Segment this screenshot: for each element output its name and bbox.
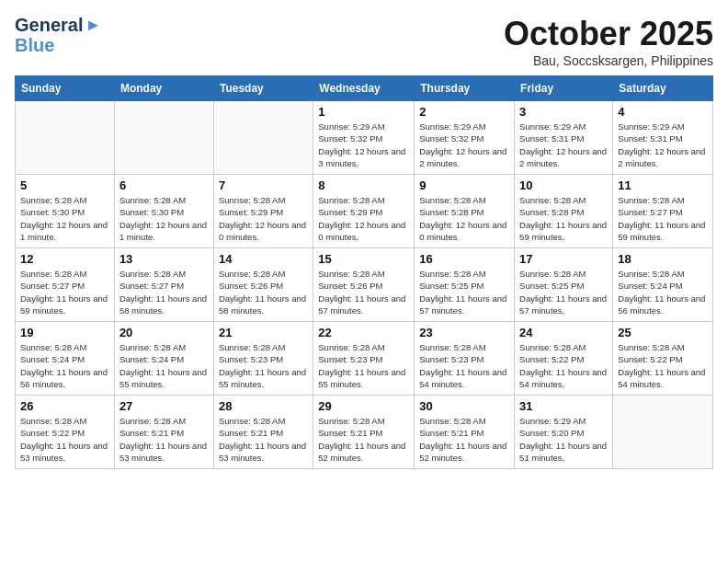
weekday-label: Sunday <box>16 76 115 101</box>
logo-arrow-icon: ► <box>85 16 101 35</box>
day-info: Sunrise: 5:28 AM Sunset: 5:24 PM Dayligh… <box>20 341 109 390</box>
calendar-week-row: 1Sunrise: 5:29 AM Sunset: 5:32 PM Daylig… <box>16 101 713 175</box>
calendar-cell: 28Sunrise: 5:28 AM Sunset: 5:21 PM Dayli… <box>213 396 313 469</box>
calendar-week-row: 19Sunrise: 5:28 AM Sunset: 5:24 PM Dayli… <box>16 322 713 396</box>
day-number: 30 <box>419 399 509 413</box>
calendar-cell: 16Sunrise: 5:28 AM Sunset: 5:25 PM Dayli… <box>415 248 515 322</box>
day-info: Sunrise: 5:28 AM Sunset: 5:28 PM Dayligh… <box>519 194 608 243</box>
logo: General ► Blue <box>15 15 101 55</box>
location-subtitle: Bau, Soccsksargen, Philippines <box>504 53 713 68</box>
weekday-label: Wednesday <box>313 76 415 101</box>
day-info: Sunrise: 5:28 AM Sunset: 5:26 PM Dayligh… <box>219 268 308 316</box>
calendar-cell: 19Sunrise: 5:28 AM Sunset: 5:24 PM Dayli… <box>16 322 115 396</box>
weekday-label: Thursday <box>415 76 515 101</box>
calendar-cell <box>16 101 115 175</box>
day-info: Sunrise: 5:29 AM Sunset: 5:31 PM Dayligh… <box>519 121 608 169</box>
day-number: 24 <box>519 326 608 339</box>
calendar-cell: 12Sunrise: 5:28 AM Sunset: 5:27 PM Dayli… <box>16 248 115 322</box>
calendar-body: 1Sunrise: 5:29 AM Sunset: 5:32 PM Daylig… <box>16 101 713 469</box>
calendar-cell: 18Sunrise: 5:28 AM Sunset: 5:24 PM Dayli… <box>613 248 713 322</box>
calendar-cell: 29Sunrise: 5:28 AM Sunset: 5:21 PM Dayli… <box>313 396 415 469</box>
calendar-cell: 3Sunrise: 5:29 AM Sunset: 5:31 PM Daylig… <box>515 101 613 175</box>
day-info: Sunrise: 5:28 AM Sunset: 5:22 PM Dayligh… <box>20 415 109 464</box>
day-number: 12 <box>20 252 109 266</box>
calendar-cell: 31Sunrise: 5:29 AM Sunset: 5:20 PM Dayli… <box>515 396 613 469</box>
day-number: 18 <box>618 252 708 266</box>
calendar-cell: 2Sunrise: 5:29 AM Sunset: 5:32 PM Daylig… <box>415 101 515 175</box>
day-info: Sunrise: 5:29 AM Sunset: 5:32 PM Dayligh… <box>419 121 509 169</box>
calendar-cell: 27Sunrise: 5:28 AM Sunset: 5:21 PM Dayli… <box>114 396 213 469</box>
logo-blue: Blue <box>15 35 54 55</box>
day-number: 20 <box>119 326 209 339</box>
calendar-cell: 26Sunrise: 5:28 AM Sunset: 5:22 PM Dayli… <box>16 396 115 469</box>
calendar-cell: 8Sunrise: 5:28 AM Sunset: 5:29 PM Daylig… <box>313 175 415 248</box>
day-number: 14 <box>219 252 308 266</box>
calendar-cell: 5Sunrise: 5:28 AM Sunset: 5:30 PM Daylig… <box>16 175 115 248</box>
day-number: 1 <box>318 105 409 119</box>
day-number: 31 <box>519 399 608 413</box>
day-info: Sunrise: 5:28 AM Sunset: 5:27 PM Dayligh… <box>119 268 209 316</box>
calendar-cell: 20Sunrise: 5:28 AM Sunset: 5:24 PM Dayli… <box>114 322 213 396</box>
day-number: 15 <box>318 252 409 266</box>
calendar-cell: 15Sunrise: 5:28 AM Sunset: 5:26 PM Dayli… <box>313 248 415 322</box>
day-info: Sunrise: 5:28 AM Sunset: 5:21 PM Dayligh… <box>219 415 308 464</box>
calendar-cell: 9Sunrise: 5:28 AM Sunset: 5:28 PM Daylig… <box>415 175 515 248</box>
weekday-label: Saturday <box>613 76 713 101</box>
calendar-cell <box>213 101 313 175</box>
day-number: 4 <box>618 105 708 119</box>
calendar-week-row: 26Sunrise: 5:28 AM Sunset: 5:22 PM Dayli… <box>16 396 713 469</box>
day-number: 8 <box>318 178 409 192</box>
day-number: 9 <box>419 178 509 192</box>
day-info: Sunrise: 5:28 AM Sunset: 5:23 PM Dayligh… <box>219 341 308 390</box>
day-info: Sunrise: 5:28 AM Sunset: 5:29 PM Dayligh… <box>219 194 308 243</box>
calendar-table: SundayMondayTuesdayWednesdayThursdayFrid… <box>15 75 713 469</box>
day-info: Sunrise: 5:28 AM Sunset: 5:23 PM Dayligh… <box>419 341 509 390</box>
logo-general: General <box>15 15 83 35</box>
day-number: 11 <box>618 178 708 192</box>
day-number: 7 <box>219 178 308 192</box>
calendar-cell: 23Sunrise: 5:28 AM Sunset: 5:23 PM Dayli… <box>415 322 515 396</box>
day-info: Sunrise: 5:28 AM Sunset: 5:27 PM Dayligh… <box>20 268 109 316</box>
calendar-cell: 25Sunrise: 5:28 AM Sunset: 5:22 PM Dayli… <box>613 322 713 396</box>
day-info: Sunrise: 5:28 AM Sunset: 5:24 PM Dayligh… <box>618 268 708 316</box>
day-number: 5 <box>20 178 109 192</box>
day-info: Sunrise: 5:29 AM Sunset: 5:20 PM Dayligh… <box>519 415 608 464</box>
calendar-cell: 6Sunrise: 5:28 AM Sunset: 5:30 PM Daylig… <box>114 175 213 248</box>
day-info: Sunrise: 5:28 AM Sunset: 5:21 PM Dayligh… <box>119 415 209 464</box>
day-number: 26 <box>20 399 109 413</box>
calendar-cell: 7Sunrise: 5:28 AM Sunset: 5:29 PM Daylig… <box>213 175 313 248</box>
day-number: 25 <box>618 326 708 339</box>
day-number: 27 <box>119 399 209 413</box>
day-info: Sunrise: 5:29 AM Sunset: 5:31 PM Dayligh… <box>618 121 708 169</box>
day-info: Sunrise: 5:28 AM Sunset: 5:27 PM Dayligh… <box>618 194 708 243</box>
calendar-cell: 30Sunrise: 5:28 AM Sunset: 5:21 PM Dayli… <box>415 396 515 469</box>
day-number: 28 <box>219 399 308 413</box>
day-number: 17 <box>519 252 608 266</box>
weekday-label: Tuesday <box>213 76 313 101</box>
calendar-cell <box>613 396 713 469</box>
day-info: Sunrise: 5:28 AM Sunset: 5:24 PM Dayligh… <box>119 341 209 390</box>
calendar-cell: 14Sunrise: 5:28 AM Sunset: 5:26 PM Dayli… <box>213 248 313 322</box>
day-number: 3 <box>519 105 608 119</box>
title-block: October 2025 Bau, Soccsksargen, Philippi… <box>504 15 713 68</box>
calendar-cell: 17Sunrise: 5:28 AM Sunset: 5:25 PM Dayli… <box>515 248 613 322</box>
day-info: Sunrise: 5:28 AM Sunset: 5:29 PM Dayligh… <box>318 194 409 243</box>
day-number: 16 <box>419 252 509 266</box>
calendar-cell: 10Sunrise: 5:28 AM Sunset: 5:28 PM Dayli… <box>515 175 613 248</box>
calendar-week-row: 12Sunrise: 5:28 AM Sunset: 5:27 PM Dayli… <box>16 248 713 322</box>
day-info: Sunrise: 5:28 AM Sunset: 5:23 PM Dayligh… <box>318 341 409 390</box>
day-number: 29 <box>318 399 409 413</box>
day-info: Sunrise: 5:28 AM Sunset: 5:21 PM Dayligh… <box>419 415 509 464</box>
calendar-cell: 24Sunrise: 5:28 AM Sunset: 5:22 PM Dayli… <box>515 322 613 396</box>
weekday-label: Monday <box>114 76 213 101</box>
day-info: Sunrise: 5:28 AM Sunset: 5:22 PM Dayligh… <box>618 341 708 390</box>
calendar-cell: 1Sunrise: 5:29 AM Sunset: 5:32 PM Daylig… <box>313 101 415 175</box>
day-info: Sunrise: 5:28 AM Sunset: 5:28 PM Dayligh… <box>419 194 509 243</box>
day-number: 22 <box>318 326 409 339</box>
calendar-cell: 21Sunrise: 5:28 AM Sunset: 5:23 PM Dayli… <box>213 322 313 396</box>
day-info: Sunrise: 5:28 AM Sunset: 5:25 PM Dayligh… <box>419 268 509 316</box>
day-info: Sunrise: 5:28 AM Sunset: 5:25 PM Dayligh… <box>519 268 608 316</box>
weekday-header-row: SundayMondayTuesdayWednesdayThursdayFrid… <box>16 76 713 101</box>
calendar-cell: 13Sunrise: 5:28 AM Sunset: 5:27 PM Dayli… <box>114 248 213 322</box>
day-number: 10 <box>519 178 608 192</box>
